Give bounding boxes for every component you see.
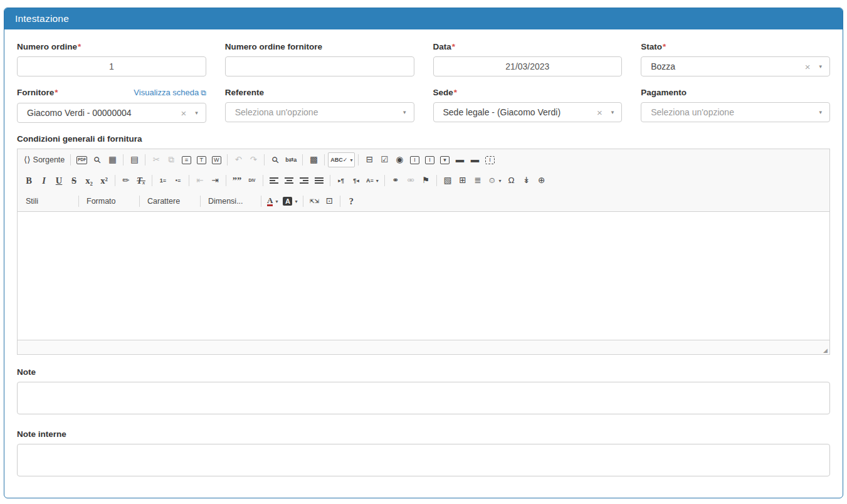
paste-button[interactable]: ≡ [179, 152, 194, 167]
textarea-field-button[interactable]: I [422, 152, 437, 167]
font-size-combo[interactable]: Dimensi... [204, 194, 258, 209]
sede-select[interactable]: Sede legale - (Giacomo Verdi) × ▾ [433, 102, 623, 122]
text-color-button[interactable]: A▾ [265, 194, 280, 209]
preview-button[interactable]: ⚲ [90, 152, 105, 167]
label-text: Numero ordine fornitore [225, 42, 322, 51]
clear-icon[interactable]: × [597, 108, 602, 117]
note-interne-textarea[interactable] [17, 444, 830, 476]
radio-button-button[interactable]: ◉ [392, 152, 407, 167]
about-button[interactable]: ? [344, 194, 359, 209]
iframe-button[interactable]: ⊕ [534, 173, 549, 188]
text-direction-ltr-button[interactable]: ▸¶ [334, 173, 349, 188]
replace-button[interactable]: b⇄a [283, 152, 299, 167]
chevron-down-icon[interactable]: ▾ [403, 110, 406, 115]
paste-from-word-button[interactable]: W [209, 152, 224, 167]
font-combo[interactable]: Carattere [143, 194, 197, 209]
templates-icon: ▤ [130, 155, 139, 164]
styles-combo[interactable]: Stili [21, 194, 75, 209]
select-all-button[interactable]: ▩ [306, 152, 321, 167]
checkbox-button[interactable]: ☑ [377, 152, 392, 167]
show-blocks-button[interactable]: ⊡ [322, 194, 337, 209]
superscript-button[interactable]: x² [97, 173, 112, 188]
text-direction-ltr-icon: ▸¶ [338, 178, 344, 184]
hidden-field-button[interactable]: I [482, 152, 497, 167]
background-color-button[interactable]: A▾ [280, 194, 300, 209]
subscript-button[interactable]: x₂ [82, 173, 97, 188]
section-note: Note [17, 367, 830, 417]
italic-button[interactable]: I [36, 173, 51, 188]
link-button[interactable]: ⚭ [388, 173, 403, 188]
pagamento-select[interactable]: Seleziona un'opzione ▾ [641, 102, 830, 122]
resize-grip-icon[interactable]: ◢ [823, 348, 828, 354]
special-character-button[interactable]: Ω [504, 173, 519, 188]
blockquote-button[interactable]: ”” [229, 173, 245, 188]
clear-icon[interactable]: × [805, 62, 811, 71]
numbered-list-button[interactable]: 1≡ [155, 173, 171, 188]
numero-ordine-input[interactable] [17, 56, 206, 76]
cut-icon: ✂ [153, 155, 160, 164]
numero-ordine-fornitore-input[interactable] [225, 56, 414, 76]
image-button[interactable]: ▧ [440, 173, 455, 188]
maximize-button[interactable]: ⇱⇲ [307, 194, 322, 209]
styles-combo-label: Stili [26, 197, 38, 206]
dropdown-caret-icon: ▾ [295, 199, 297, 204]
note-textarea[interactable] [17, 382, 830, 414]
indent-button[interactable]: ⇥ [208, 173, 223, 188]
button-field-button[interactable]: ▬ [452, 152, 467, 167]
format-combo-label: Formato [87, 197, 116, 206]
remove-format-button[interactable]: Tₓ [134, 173, 149, 188]
templates-button[interactable]: ▤ [127, 152, 142, 167]
horizontal-rule-button[interactable]: ≣ [470, 173, 485, 188]
strikethrough-button[interactable]: S [66, 173, 82, 188]
form-button[interactable]: ⊟ [362, 152, 377, 167]
form-row-1: Numero ordine* Numero ordine fornitore D… [17, 42, 830, 76]
referente-select[interactable]: Seleziona un'opzione ▾ [225, 102, 414, 122]
image-button-button[interactable]: ▬ [467, 152, 482, 167]
source-button[interactable]: ⟨⟩Sorgente [21, 152, 67, 167]
select-field-button[interactable]: ▾ [437, 152, 452, 167]
chevron-down-icon[interactable]: ▾ [195, 110, 198, 116]
anchor-button[interactable]: ⚑ [418, 173, 433, 188]
copy-formatting-button[interactable]: ✏ [118, 173, 134, 188]
underline-button[interactable]: U [51, 173, 66, 188]
superscript-icon: x² [100, 176, 108, 186]
find-button[interactable]: ⚲ [268, 152, 283, 167]
strikethrough-icon: S [71, 176, 76, 186]
clear-icon[interactable]: × [181, 108, 186, 118]
chevron-down-icon[interactable]: ▾ [819, 64, 822, 70]
stato-select[interactable]: Bozza × ▾ [641, 56, 830, 76]
align-justify-button[interactable] [312, 173, 327, 188]
table-button[interactable]: ⊞ [455, 173, 470, 188]
page-break-button[interactable]: ↡ [519, 173, 534, 188]
align-left-button[interactable] [266, 173, 281, 188]
chevron-down-icon[interactable]: ▾ [819, 110, 822, 115]
field-stato: Stato* Bozza × ▾ [641, 42, 830, 76]
editor-content[interactable] [18, 211, 829, 340]
data-input[interactable] [433, 56, 623, 76]
text-direction-rtl-button[interactable]: ¶◂ [349, 173, 364, 188]
format-combo[interactable]: Formato [82, 194, 136, 209]
toolbar-separator [436, 175, 437, 186]
source-icon: ⟨⟩ [24, 155, 31, 164]
bold-button[interactable]: B [21, 173, 36, 188]
unlink-icon: ⚮ [407, 176, 414, 185]
paste-as-text-button[interactable]: T [194, 152, 209, 167]
replace-icon: b⇄a [285, 157, 297, 163]
toolbar-row: StiliFormatoCarattereDimensi...A▾A▾⇱⇲⊡? [18, 191, 829, 211]
export-pdf-button[interactable]: PDF [74, 152, 90, 167]
align-right-button[interactable] [297, 173, 312, 188]
text-field-button[interactable]: I [407, 152, 422, 167]
smiley-button[interactable]: ☺▾ [485, 173, 504, 188]
print-button[interactable]: ▦ [105, 152, 120, 167]
div-container-button[interactable]: DIV [245, 173, 260, 188]
align-center-button[interactable] [281, 173, 297, 188]
language-button[interactable]: A≡▾ [364, 173, 381, 188]
visualizza-scheda-link[interactable]: Visualizza scheda⧉ [134, 88, 206, 98]
required-marker: * [78, 42, 81, 51]
checkbox-icon: ☑ [381, 155, 388, 164]
toolbar-separator [340, 196, 340, 207]
bulleted-list-button[interactable]: •≡ [171, 173, 186, 188]
spell-check-button[interactable]: ABC✓▾ [328, 152, 355, 167]
fornitore-select[interactable]: Giacomo Verdi - 00000004 × ▾ [17, 103, 206, 123]
chevron-down-icon[interactable]: ▾ [611, 110, 614, 115]
